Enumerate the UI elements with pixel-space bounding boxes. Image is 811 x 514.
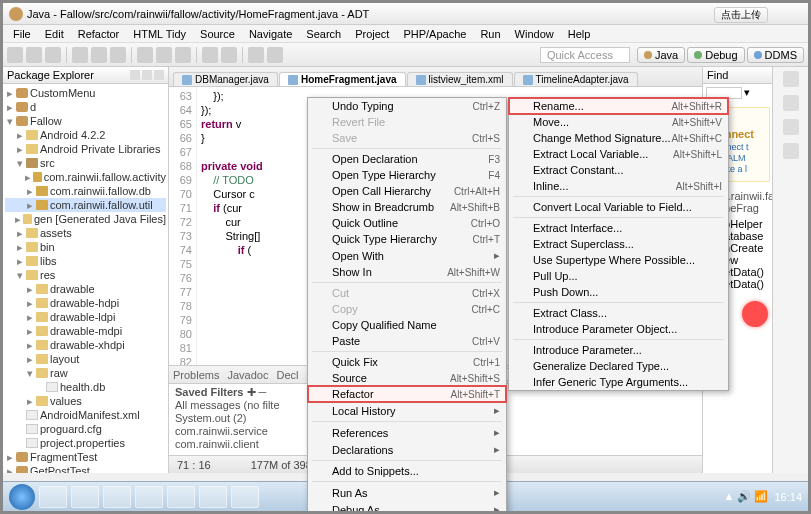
menu-item-introduceparameter[interactable]: Introduce Parameter... (509, 342, 728, 358)
tree-node[interactable]: ▸Android 4.2.2 (5, 128, 166, 142)
run-icon[interactable] (91, 47, 107, 63)
menu-item-references[interactable]: References▸ (308, 424, 506, 441)
tree-node[interactable]: ▸GetPostTest (5, 464, 166, 473)
view-menu-icon[interactable] (154, 70, 164, 80)
menu-item-convertlocalvariabletofield[interactable]: Convert Local Variable to Field... (509, 199, 728, 215)
editor-tab[interactable]: DBManager.java (173, 72, 278, 86)
menu-item-quickoutline[interactable]: Quick OutlineCtrl+O (308, 215, 506, 231)
tree-node[interactable]: ▸drawable-mdpi (5, 324, 166, 338)
filter-systemout[interactable]: System.out (2) (175, 412, 305, 425)
menu-project[interactable]: Project (349, 27, 395, 41)
menu-item-extractsuperclass[interactable]: Extract Superclass... (509, 236, 728, 252)
problems-tab[interactable]: Problems (173, 369, 219, 381)
menu-item-introduceparameterobject[interactable]: Introduce Parameter Object... (509, 321, 728, 337)
menu-htmltidy[interactable]: HTML Tidy (127, 27, 192, 41)
tree-node[interactable]: ▾src (5, 156, 166, 170)
editor-tab[interactable]: listview_item.xml (407, 72, 513, 86)
menu-item-undotyping[interactable]: Undo TypingCtrl+Z (308, 98, 506, 114)
tray-icons[interactable]: ▲ 🔊 📶 (723, 490, 768, 503)
ext-tools-icon[interactable] (110, 47, 126, 63)
editor-tab[interactable]: HomeFragment.java (279, 72, 406, 86)
menu-phpapache[interactable]: PHP/Apache (397, 27, 472, 41)
declaration-tab[interactable]: Decl (276, 369, 298, 381)
perspective-ddms[interactable]: DDMS (747, 47, 804, 63)
menu-item-showin[interactable]: Show InAlt+Shift+W (308, 264, 506, 280)
menu-item-declarations[interactable]: Declarations▸ (308, 441, 506, 458)
menu-file[interactable]: File (7, 27, 37, 41)
start-button[interactable] (9, 484, 35, 510)
menu-item-paste[interactable]: PasteCtrl+V (308, 333, 506, 349)
link-editor-icon[interactable] (142, 70, 152, 80)
properties-icon[interactable] (783, 143, 799, 159)
tree-node[interactable]: ▸drawable-xhdpi (5, 338, 166, 352)
folder-icon[interactable] (103, 486, 131, 508)
filter-client[interactable]: com.rainwii.client (175, 438, 305, 451)
tree-node[interactable]: ▸bin (5, 240, 166, 254)
new-package-icon[interactable] (137, 47, 153, 63)
open-type-icon[interactable] (175, 47, 191, 63)
editor-tab[interactable]: TimelineAdapter.java (514, 72, 638, 86)
tree-node[interactable]: ▸drawable-hdpi (5, 296, 166, 310)
tree-node[interactable]: ▸drawable-ldpi (5, 310, 166, 324)
menu-item-addtosnippets[interactable]: Add to Snippets... (308, 463, 506, 479)
find-next-icon[interactable]: ▾ (744, 86, 750, 99)
menu-item-changemethodsignature[interactable]: Change Method Signature...Alt+Shift+C (509, 130, 728, 146)
tree-node[interactable]: project.properties (5, 436, 166, 450)
menu-item-pushdown[interactable]: Push Down... (509, 284, 728, 300)
minimap-icon[interactable] (783, 119, 799, 135)
menu-item-extractlocalvariable[interactable]: Extract Local Variable...Alt+Shift+L (509, 146, 728, 162)
menu-item-debugas[interactable]: Debug As▸ (308, 501, 506, 514)
tree-node[interactable]: ▸gen [Generated Java Files] (5, 212, 166, 226)
clock[interactable]: 16:14 (774, 491, 802, 503)
tree-node[interactable]: ▸assets (5, 226, 166, 240)
filter-service[interactable]: com.rainwii.service (175, 425, 305, 438)
tree-node[interactable]: ▸Android Private Libraries (5, 142, 166, 156)
new-icon[interactable] (7, 47, 23, 63)
menu-run[interactable]: Run (474, 27, 506, 41)
menu-navigate[interactable]: Navigate (243, 27, 298, 41)
tree-node[interactable]: AndroidManifest.xml (5, 408, 166, 422)
menu-window[interactable]: Window (509, 27, 560, 41)
quick-access[interactable]: Quick Access (540, 47, 630, 63)
print-icon[interactable] (221, 47, 237, 63)
app3-icon[interactable] (231, 486, 259, 508)
perspective-debug[interactable]: Debug (687, 47, 744, 63)
tree-node[interactable]: ▾raw (5, 366, 166, 380)
menu-help[interactable]: Help (562, 27, 597, 41)
assistant-widget[interactable] (742, 301, 768, 327)
menu-item-infergenerictypearguments[interactable]: Infer Generic Type Arguments... (509, 374, 728, 390)
filter-all[interactable]: All messages (no filte (175, 399, 305, 412)
menu-item-pullup[interactable]: Pull Up... (509, 268, 728, 284)
menu-item-opentypehierarchy[interactable]: Open Type HierarchyF4 (308, 167, 506, 183)
browser-icon[interactable] (71, 486, 99, 508)
menu-item-source[interactable]: SourceAlt+Shift+S (308, 370, 506, 386)
tree-node[interactable]: ▸CustomMenu (5, 86, 166, 100)
collapse-all-icon[interactable] (130, 70, 140, 80)
new-class-icon[interactable] (156, 47, 172, 63)
save-all-icon[interactable] (45, 47, 61, 63)
tree-node[interactable]: ▾Fallow (5, 114, 166, 128)
tree-node[interactable]: ▾res (5, 268, 166, 282)
perspective-java[interactable]: Java (637, 47, 685, 63)
menu-item-copyqualifiedname[interactable]: Copy Qualified Name (308, 317, 506, 333)
menu-item-rename[interactable]: Rename...Alt+Shift+R (509, 98, 728, 114)
search-icon[interactable] (202, 47, 218, 63)
eclipse-icon[interactable] (135, 486, 163, 508)
menu-item-inline[interactable]: Inline...Alt+Shift+I (509, 178, 728, 194)
tree-node[interactable]: ▸values (5, 394, 166, 408)
explorer-icon[interactable] (39, 486, 67, 508)
tree-node[interactable]: health.db (5, 380, 166, 394)
save-icon[interactable] (26, 47, 42, 63)
upload-button[interactable]: 点击上传 (714, 7, 768, 23)
tree-node[interactable]: ▸libs (5, 254, 166, 268)
tree-node[interactable]: ▸d (5, 100, 166, 114)
javadoc-tab[interactable]: Javadoc (227, 369, 268, 381)
menu-item-localhistory[interactable]: Local History▸ (308, 402, 506, 419)
task-list-icon[interactable] (783, 71, 799, 87)
menu-item-refactor[interactable]: RefactorAlt+Shift+T (308, 386, 506, 402)
menu-item-quickfix[interactable]: Quick FixCtrl+1 (308, 354, 506, 370)
tree-node[interactable]: ▸com.rainwii.fallow.db (5, 184, 166, 198)
tree-node[interactable]: ▸com.rainwii.fallow.util (5, 198, 166, 212)
menu-search[interactable]: Search (300, 27, 347, 41)
tree-node[interactable]: proguard.cfg (5, 422, 166, 436)
